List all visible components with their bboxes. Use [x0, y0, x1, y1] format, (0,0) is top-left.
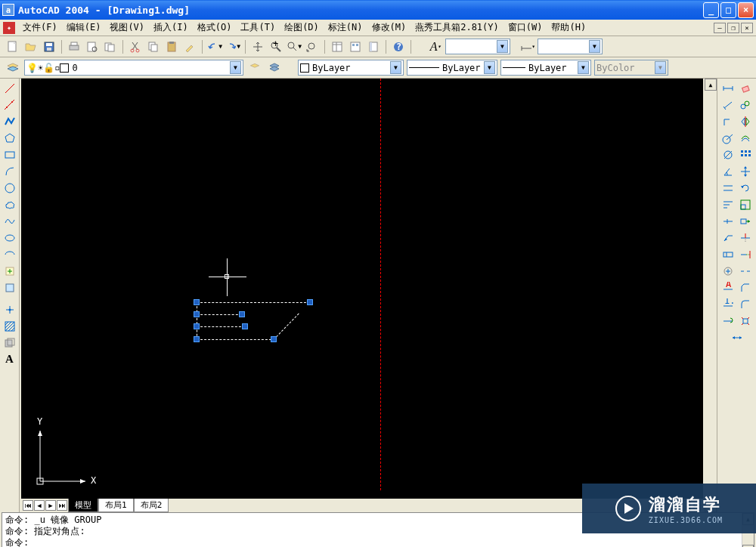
rectangle-button[interactable] — [2, 147, 18, 162]
match-props-button[interactable] — [181, 39, 198, 55]
tab-model[interactable]: 模型 — [68, 499, 98, 512]
lineweight-combo[interactable]: ByLayer▼ — [500, 60, 591, 76]
dim-linear-button[interactable] — [720, 80, 736, 96]
print-preview-button[interactable] — [84, 39, 101, 55]
menu-window[interactable]: 窗口(W) — [503, 20, 547, 36]
text-button[interactable]: A — [2, 351, 18, 367]
dim-diameter-button[interactable] — [720, 147, 736, 162]
properties-button[interactable] — [329, 39, 345, 55]
tab-layout1[interactable]: 布局1 — [98, 499, 134, 512]
dim-update-button[interactable] — [720, 313, 736, 329]
close-button[interactable]: × — [738, 2, 754, 18]
dim-edit-button[interactable]: A — [720, 280, 736, 295]
break-button[interactable] — [737, 263, 754, 279]
text-style-button[interactable]: A▾ — [427, 39, 444, 55]
minimize-button[interactable]: _ — [703, 2, 719, 18]
cut-button[interactable] — [127, 39, 144, 55]
revcloud-button[interactable] — [2, 196, 18, 212]
center-mark-button[interactable] — [720, 263, 736, 279]
dim-aligned-button[interactable] — [720, 97, 736, 113]
tab-first-button[interactable]: ⏮ — [23, 500, 33, 511]
maximize-button[interactable]: □ — [720, 2, 736, 18]
insert-block-button[interactable] — [2, 263, 18, 279]
menu-tools[interactable]: 工具(T) — [236, 20, 280, 36]
erase-button[interactable] — [737, 80, 754, 96]
help-button[interactable]: ? — [390, 39, 407, 55]
zoom-window-button[interactable]: ▼ — [286, 39, 302, 55]
tool-palettes-button[interactable] — [365, 39, 382, 55]
grip-handle[interactable] — [194, 336, 200, 342]
dim-ordinate-button[interactable] — [720, 113, 736, 129]
linetype-combo[interactable]: ByLayer▼ — [407, 60, 497, 76]
offset-button[interactable] — [737, 130, 754, 146]
mdi-restore-button[interactable]: ❐ — [727, 23, 739, 33]
open-button[interactable] — [23, 39, 39, 55]
copy-object-button[interactable] — [737, 97, 754, 113]
dim-angular-button[interactable] — [720, 163, 736, 179]
pan-button[interactable] — [249, 39, 266, 55]
dim-style-control-button[interactable] — [729, 329, 745, 345]
hatch-button[interactable] — [2, 318, 18, 334]
array-button[interactable] — [737, 147, 754, 162]
tab-prev-button[interactable]: ◀ — [34, 500, 45, 511]
dim-style-button[interactable]: ▾ — [519, 39, 536, 55]
dim-tedit-button[interactable]: 1.0 — [720, 296, 736, 312]
mdi-icon[interactable]: ✦ — [3, 22, 15, 34]
dim-baseline-button[interactable] — [720, 196, 736, 212]
menu-draw[interactable]: 绘图(D) — [280, 20, 324, 36]
trim-button[interactable] — [737, 230, 754, 246]
grip-handle[interactable] — [307, 299, 313, 305]
move-button[interactable] — [737, 163, 754, 179]
circle-button[interactable] — [2, 180, 18, 196]
layer-combo[interactable]: 💡 ☀ 🔓 ▫ 0 ▼ — [24, 60, 243, 76]
layer-states-button[interactable] — [266, 60, 283, 76]
chamfer-button[interactable] — [737, 280, 754, 295]
publish-button[interactable] — [102, 39, 119, 55]
canvas-vscrollbar[interactable]: ▲ ▼ — [705, 79, 717, 512]
layer-previous-button[interactable] — [246, 60, 263, 76]
menu-edit[interactable]: 编辑(E) — [62, 20, 106, 36]
new-button[interactable] — [5, 39, 21, 55]
menu-format[interactable]: 格式(O) — [193, 20, 237, 36]
make-block-button[interactable] — [2, 280, 18, 295]
tab-layout2[interactable]: 布局2 — [134, 499, 169, 512]
copy-button[interactable] — [145, 39, 162, 55]
text-style-combo[interactable]: ▼ — [445, 39, 510, 54]
zoom-previous-button[interactable] — [304, 39, 321, 55]
color-combo[interactable]: ByLayer▼ — [298, 60, 404, 76]
tab-next-button[interactable]: ▶ — [45, 500, 56, 511]
extend-button[interactable] — [737, 246, 754, 262]
tolerance-button[interactable] — [720, 246, 736, 262]
menu-insert[interactable]: 插入(I) — [149, 20, 193, 36]
grip-handle[interactable] — [194, 299, 200, 305]
arc-button[interactable] — [2, 163, 18, 179]
tab-last-button[interactable]: ⏭ — [57, 500, 67, 511]
paste-button[interactable] — [163, 39, 180, 55]
menu-file[interactable]: 文件(F) — [18, 20, 62, 36]
line-button[interactable] — [2, 80, 18, 96]
stretch-button[interactable] — [737, 213, 754, 229]
scale-button[interactable] — [737, 196, 754, 212]
rotate-button[interactable] — [737, 180, 754, 196]
layer-manager-button[interactable] — [5, 60, 21, 76]
mirror-button[interactable] — [737, 113, 754, 129]
spline-button[interactable] — [2, 213, 18, 229]
zoom-realtime-button[interactable]: + — [268, 39, 284, 55]
grip-handle[interactable] — [239, 311, 245, 317]
region-button[interactable] — [2, 335, 18, 351]
menu-yanxiu[interactable]: 燕秀工具箱2.81(Y) — [411, 20, 503, 36]
mdi-close-button[interactable]: × — [741, 23, 753, 33]
drawing-canvas[interactable]: X Y — [21, 79, 703, 499]
dim-quick-button[interactable] — [720, 180, 736, 196]
grip-handle[interactable] — [271, 336, 277, 342]
leader-button[interactable] — [720, 230, 736, 246]
point-button[interactable] — [2, 301, 18, 317]
grip-handle[interactable] — [242, 323, 248, 329]
design-center-button[interactable] — [347, 39, 364, 55]
menu-dimension[interactable]: 标注(N) — [324, 20, 367, 36]
polygon-button[interactable] — [2, 130, 18, 146]
save-button[interactable] — [41, 39, 57, 55]
mdi-minimize-button[interactable]: – — [714, 23, 726, 33]
explode-button[interactable] — [737, 313, 754, 329]
dim-style-combo[interactable]: ▼ — [538, 39, 603, 54]
